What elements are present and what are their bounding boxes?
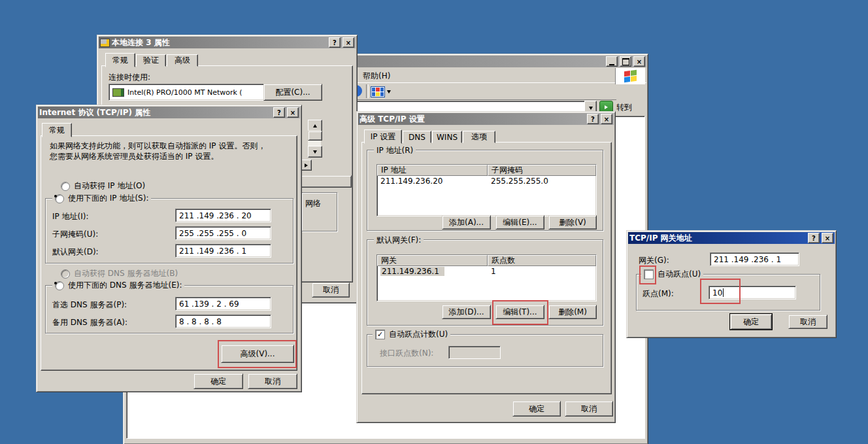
use-dns-legend[interactable]: 使用下面的 DNS 服务器地址(E):: [52, 280, 184, 291]
help-button[interactable]: ?: [587, 114, 599, 124]
tab-dns[interactable]: DNS: [403, 131, 431, 143]
ok-button[interactable]: 确定: [730, 314, 772, 330]
advanced-title: 高级 TCP/IP 设置: [359, 114, 585, 125]
views-icon: [371, 86, 385, 97]
configure-button[interactable]: 配置(C)...: [263, 84, 322, 101]
cancel-button[interactable]: 取消: [248, 373, 297, 389]
tab-ip-settings[interactable]: IP 设置: [364, 129, 402, 144]
network-adapter-icon: [112, 88, 124, 97]
ip-delete-button[interactable]: 删除(V): [548, 215, 597, 230]
alternate-dns-value: 8 . 8 . 8 . 8: [179, 317, 222, 326]
tcpip-titlebar[interactable]: Internet 协议 (TCP/IP) 属性 ? ×: [38, 107, 300, 118]
local-conn-title: 本地连接 3 属性: [112, 37, 327, 48]
advanced-titlebar[interactable]: 高级 TCP/IP 设置 ? ×: [358, 113, 614, 125]
close-button[interactable]: ×: [633, 56, 645, 67]
metric-value: 10: [712, 288, 722, 298]
gateway-add-button[interactable]: 添加(D)...: [442, 305, 491, 319]
views-button[interactable]: [371, 86, 391, 97]
close-button[interactable]: ×: [342, 37, 354, 48]
use-ip-label: 使用下面的 IP 地址(S):: [68, 193, 148, 204]
use-dns-radio[interactable]: [55, 281, 64, 290]
close-button[interactable]: ×: [287, 107, 299, 118]
gateway-title: TCP/IP 网关地址: [629, 233, 806, 244]
gateway-address-dialog: TCP/IP 网关地址 ? × 网关(G): 211 .149 .236 . 1…: [626, 230, 837, 338]
use-ip-legend[interactable]: 使用下面的 IP 地址(S):: [52, 193, 151, 204]
gateway-field[interactable]: 211 .149 .236 . 1: [710, 252, 799, 266]
cancel-button[interactable]: 取消: [788, 315, 827, 329]
adapter-name: Intel(R) PRO/1000 MT Network (: [127, 88, 242, 97]
auto-metric-legend[interactable]: ✓ 自动跃点计数(U): [373, 329, 450, 340]
col-ip-address[interactable]: IP 地址: [377, 165, 488, 176]
ip-address-table[interactable]: IP 地址 子网掩码 211.149.236.20 255.255.255.0: [376, 164, 597, 216]
maximize-button[interactable]: [620, 56, 631, 67]
auto-metric-label: 自动跃点计数(U): [389, 329, 448, 340]
local-conn-titlebar[interactable]: 本地连接 3 属性 ? ×: [99, 37, 356, 48]
help-button[interactable]: ?: [273, 107, 285, 118]
col-gateway[interactable]: 网关: [377, 255, 488, 266]
gateway-edit-button[interactable]: 编辑(T)...: [495, 305, 544, 319]
windows-logo: [615, 68, 645, 84]
auto-dns-label: 自动获得 DNS 服务器地址(B): [74, 268, 178, 279]
tab-general[interactable]: 常规: [105, 53, 135, 67]
auto-metric-checkbox[interactable]: ✓: [375, 330, 385, 339]
description-group-fragment: 网络: [301, 192, 337, 231]
use-ip-radio[interactable]: [55, 194, 64, 203]
auto-metric-legend[interactable]: 自动跃点(U): [641, 269, 703, 280]
help-button[interactable]: ?: [329, 37, 341, 48]
ip-edit-button[interactable]: 编辑(E)...: [495, 215, 544, 230]
mask-cell: 255.255.255.0: [488, 177, 596, 186]
metric-label: 跃点(M):: [643, 288, 674, 299]
gateway-value: 211 .149 .236 . 1: [714, 255, 781, 264]
cancel-button[interactable]: 取消: [312, 282, 350, 298]
default-gateway-field[interactable]: 211 .149 .236 . 1: [175, 244, 271, 258]
menu-item-help[interactable]: 帮助(H): [363, 71, 390, 82]
cancel-button[interactable]: 取消: [565, 401, 613, 417]
auto-ip-radio[interactable]: [61, 182, 70, 191]
help-button[interactable]: ?: [808, 233, 820, 243]
ok-button[interactable]: 确定: [512, 401, 561, 417]
tab-authentication[interactable]: 验证: [136, 54, 166, 67]
table-row[interactable]: 211.149.236.1 1: [377, 266, 596, 277]
alternate-dns-label: 备用 DNS 服务器(A):: [52, 317, 127, 328]
intro-line2: 您需要从网络系统管理员处获得适当的 IP 设置。: [50, 151, 289, 162]
tab-advanced[interactable]: 高级: [167, 54, 198, 67]
tab-general[interactable]: 常规: [42, 123, 72, 137]
go-label: 转到: [616, 102, 632, 113]
ip-address-field[interactable]: 211 .149 .236 . 20: [175, 209, 271, 222]
col-metric[interactable]: 跃点数: [488, 255, 596, 266]
intro-line1: 如果网络支持此功能，则可以获取自动指派的 IP 设置。否则，: [50, 141, 289, 151]
ip-address-label: IP 地址(I):: [52, 211, 89, 222]
col-subnet-mask[interactable]: 子网掩码: [488, 165, 596, 176]
gateway-table[interactable]: 网关 跃点数 211.149.236.1 1: [376, 254, 597, 301]
table-row[interactable]: 211.149.236.20 255.255.255.0: [377, 176, 596, 186]
network-connection-icon: [100, 39, 110, 47]
preferred-dns-field[interactable]: 61 .139 . 2 . 69: [175, 297, 271, 311]
auto-metric-checkbox[interactable]: [644, 269, 654, 279]
gateway-delete-button[interactable]: 删除(M): [548, 305, 597, 319]
arrow-up-icon: [313, 124, 317, 128]
close-button[interactable]: ×: [601, 114, 612, 124]
default-gateways-legend: 默认网关(F):: [374, 235, 424, 246]
ok-button[interactable]: 确定: [193, 373, 243, 389]
button-fragment[interactable]: [298, 175, 352, 188]
auto-ip-label[interactable]: 自动获得 IP 地址(O): [74, 180, 145, 192]
scroll-down-button[interactable]: [308, 146, 322, 158]
subnet-mask-field[interactable]: 255 .255 .255 . 0: [175, 226, 271, 240]
gateway-titlebar[interactable]: TCP/IP 网关地址 ? ×: [628, 232, 835, 244]
close-button[interactable]: ×: [822, 233, 833, 243]
scrollbar-thumb[interactable]: [308, 131, 322, 141]
subnet-mask-label: 子网掩码(U):: [52, 229, 98, 240]
chevron-down-icon: [387, 90, 391, 94]
advanced-button[interactable]: 高级(V)...: [221, 345, 294, 363]
interface-metric-field: [448, 346, 501, 359]
metric-field[interactable]: 10: [709, 286, 796, 299]
preferred-dns-label: 首选 DNS 服务器(P):: [52, 299, 127, 311]
tab-options[interactable]: 选项: [463, 131, 495, 143]
text-cursor: [723, 288, 724, 297]
tab-wins[interactable]: WINS: [432, 131, 462, 143]
auto-dns-radio[interactable]: [61, 269, 70, 279]
minimize-button[interactable]: [606, 56, 618, 67]
ip-add-button[interactable]: 添加(A)...: [442, 215, 491, 230]
tcpip-title: Internet 协议 (TCP/IP) 属性: [39, 107, 271, 118]
alternate-dns-field[interactable]: 8 . 8 . 8 . 8: [175, 315, 271, 328]
